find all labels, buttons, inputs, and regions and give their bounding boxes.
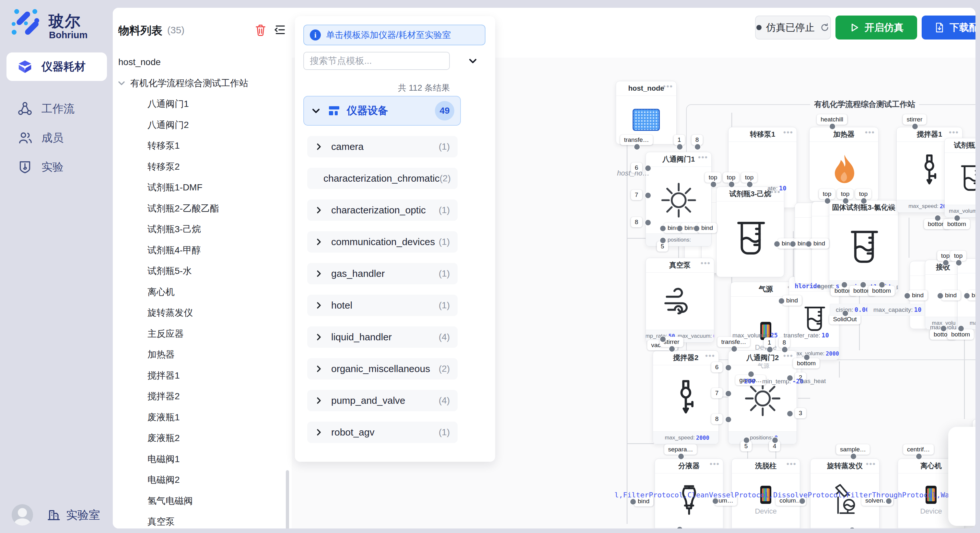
- node-试剂瓶3-己烷[interactable]: 试剂瓶3-己烷•••: [716, 187, 784, 277]
- port-dot[interactable]: [694, 143, 701, 150]
- node-真空泵[interactable]: 真空泵•••pump_rate:50max_vacuum:0.1: [646, 258, 714, 343]
- port-dot[interactable]: [772, 437, 778, 444]
- node-menu-icon[interactable]: •••: [698, 153, 708, 162]
- tree-item[interactable]: 主反应器: [148, 327, 184, 341]
- port-dot[interactable]: [676, 143, 683, 150]
- port-dot[interactable]: [748, 371, 754, 378]
- port-chip-7[interactable]: 7: [711, 388, 723, 398]
- port-dot[interactable]: [786, 410, 793, 417]
- port-dot[interactable]: [678, 453, 684, 460]
- port-chip-bind[interactable]: bind: [941, 290, 961, 300]
- tree-item[interactable]: 废液瓶2: [148, 431, 180, 445]
- download-config-button[interactable]: 下载配置: [922, 16, 975, 40]
- port-dot[interactable]: [781, 346, 788, 353]
- tree-item[interactable]: 有机化学流程综合测试工作站: [117, 76, 248, 90]
- port-dot[interactable]: [964, 292, 970, 299]
- port-dot[interactable]: [773, 241, 780, 247]
- delete-icon[interactable]: [254, 23, 267, 36]
- node-固体试剂瓶3-氯化镁[interactable]: 固体试剂瓶3-氯化镁•••gent:magnesium_chloridephys: [829, 200, 898, 293]
- sidebar-item-3[interactable]: 成员: [6, 124, 107, 152]
- port-dot[interactable]: [860, 281, 867, 288]
- port-dot[interactable]: [731, 346, 738, 352]
- port-dot[interactable]: [633, 143, 640, 150]
- category-gas_handler[interactable]: gas_handler(1): [307, 263, 458, 284]
- materials-scrollbar[interactable]: [286, 470, 289, 528]
- port-dot[interactable]: [778, 298, 785, 305]
- port-dot[interactable]: [955, 259, 962, 266]
- node-menu-icon[interactable]: •••: [663, 82, 673, 91]
- port-dot[interactable]: [660, 225, 666, 232]
- node-menu-icon[interactable]: •••: [710, 460, 720, 468]
- start-simulation-button[interactable]: 开启仿真: [835, 16, 917, 40]
- port-dot[interactable]: [644, 192, 651, 199]
- node-menu-icon[interactable]: •••: [866, 460, 876, 468]
- port-dot[interactable]: [912, 123, 918, 130]
- category-communication_devices[interactable]: communication_devices(1): [307, 231, 458, 252]
- port-chip-bind[interactable]: bind: [697, 223, 717, 233]
- node-menu-icon[interactable]: •••: [783, 128, 793, 137]
- port-dot[interactable]: [861, 198, 867, 204]
- port-dot[interactable]: [725, 364, 732, 371]
- tree-item[interactable]: 试剂瓶1-DMF: [148, 180, 202, 195]
- simulation-status-pill[interactable]: 仿真已停止: [755, 16, 831, 40]
- chevron-down-icon[interactable]: [467, 56, 478, 67]
- port-dot[interactable]: [676, 225, 683, 232]
- port-dot[interactable]: [954, 215, 961, 222]
- port-dot[interactable]: [712, 498, 719, 504]
- sidebar-item-2[interactable]: 工作流: [6, 95, 107, 123]
- collapse-panel-icon[interactable]: [274, 23, 286, 36]
- port-dot[interactable]: [644, 219, 651, 226]
- port-dot[interactable]: [942, 259, 949, 266]
- search-input[interactable]: [303, 52, 450, 70]
- sidebar-item-4[interactable]: 实验: [6, 153, 107, 181]
- port-dot[interactable]: [842, 310, 849, 317]
- node-试剂瓶5-水[interactable]: 试剂瓶5-水max_volume:1000: [944, 138, 975, 217]
- tree-item[interactable]: 试剂瓶5-水: [148, 264, 192, 278]
- port-dot[interactable]: [904, 292, 911, 299]
- category-pump_and_valve[interactable]: pump_and_valve(4): [307, 390, 458, 411]
- tree-item[interactable]: 电磁阀2: [148, 473, 180, 487]
- category-liquid_handler[interactable]: liquid_handler(4): [307, 327, 458, 348]
- tree-item[interactable]: 八通阀门2: [148, 118, 189, 132]
- port-dot[interactable]: [885, 498, 892, 504]
- tree-item[interactable]: 离心机: [148, 285, 175, 299]
- port-dot[interactable]: [725, 390, 732, 397]
- tree-item[interactable]: 真空泵: [148, 514, 175, 528]
- port-dot[interactable]: [710, 181, 717, 188]
- chevron-down-icon[interactable]: [117, 79, 126, 87]
- tree-item[interactable]: 搅拌器2: [148, 389, 180, 403]
- port-chip-bind[interactable]: bind: [908, 290, 928, 300]
- port-chip-bind[interactable]: bind: [782, 295, 802, 306]
- category-characterization_chromatic[interactable]: characterization_chromatic(2): [307, 168, 458, 189]
- port-dot[interactable]: [805, 241, 812, 247]
- node-menu-icon[interactable]: •••: [705, 351, 715, 360]
- tree-item[interactable]: 电磁阀1: [148, 452, 180, 466]
- port-dot[interactable]: [940, 325, 947, 332]
- node-menu-icon[interactable]: •••: [865, 128, 875, 137]
- tree-item[interactable]: host_node: [118, 55, 161, 69]
- port-dot[interactable]: [915, 453, 922, 460]
- group-instruments[interactable]: 仪器设备 49: [303, 96, 461, 125]
- category-characterization_optic[interactable]: characterization_optic(1): [307, 200, 458, 221]
- tree-item[interactable]: 转移泵1: [148, 139, 180, 153]
- port-dot[interactable]: [878, 281, 885, 288]
- node-搅拌器2[interactable]: 搅拌器2•••max_speed:2000: [653, 351, 719, 444]
- sidebar-footer[interactable]: 实验室: [12, 502, 109, 528]
- port-dot[interactable]: [803, 354, 810, 361]
- port-chip-8[interactable]: 8: [631, 217, 642, 227]
- category-organic_miscellaneous[interactable]: organic_miscellaneous(2): [307, 358, 458, 379]
- tree-item[interactable]: 旋转蒸发仪: [148, 306, 193, 320]
- port-dot[interactable]: [824, 198, 831, 204]
- tree-item[interactable]: 转移泵2: [148, 160, 180, 174]
- port-dot[interactable]: [767, 346, 773, 353]
- port-dot[interactable]: [799, 498, 806, 504]
- tree-item[interactable]: 搅拌器1: [148, 368, 180, 383]
- tree-item[interactable]: 加热器: [148, 347, 175, 362]
- port-dot[interactable]: [725, 416, 732, 423]
- tree-item[interactable]: 氢气电磁阀: [148, 494, 193, 508]
- port-dot[interactable]: [958, 325, 964, 332]
- port-dot[interactable]: [746, 181, 753, 188]
- port-chip-3[interactable]: 3: [795, 408, 806, 418]
- category-hotel[interactable]: hotel(1): [307, 295, 458, 316]
- port-dot[interactable]: [786, 374, 793, 381]
